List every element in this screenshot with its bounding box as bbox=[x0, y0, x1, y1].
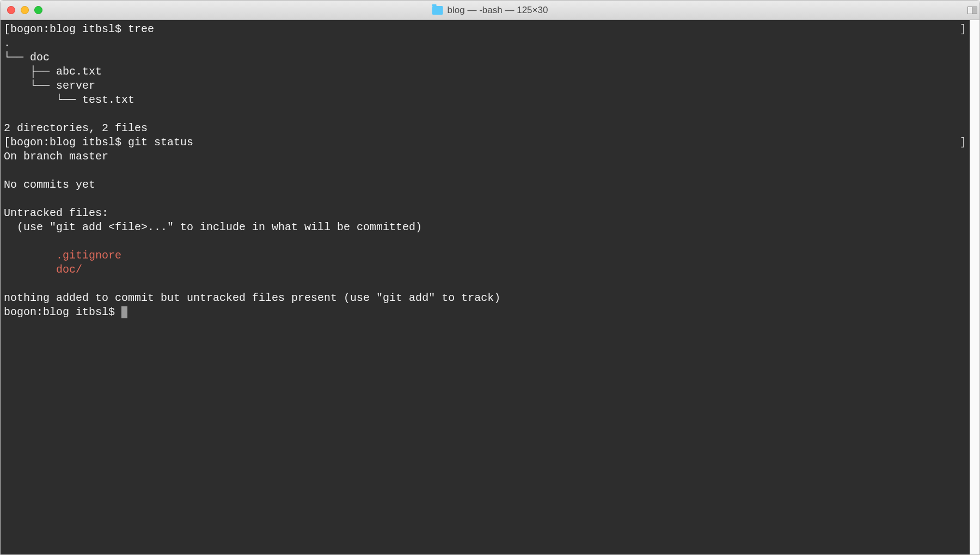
zoom-icon[interactable] bbox=[34, 6, 42, 14]
bracket-close: ] bbox=[960, 135, 966, 150]
tree-output: ├── abc.txt bbox=[4, 65, 102, 78]
git-output: On branch master bbox=[4, 150, 108, 163]
cursor-icon bbox=[121, 306, 127, 318]
window-title-text: blog — -bash — 125×30 bbox=[448, 5, 548, 16]
tree-output: └── server bbox=[4, 79, 95, 92]
tree-output: └── doc bbox=[4, 51, 50, 64]
titlebar: blog — -bash — 125×30 bbox=[1, 1, 979, 20]
git-untracked-file: doc/ bbox=[4, 263, 82, 276]
close-icon[interactable] bbox=[7, 6, 15, 14]
titlebar-corner-widget-icon[interactable] bbox=[967, 7, 977, 14]
command-text: tree bbox=[128, 23, 154, 35]
traffic-lights bbox=[7, 6, 42, 14]
git-output: (use "git add <file>..." to include in w… bbox=[4, 221, 422, 233]
terminal[interactable]: ][bogon:blog itbsl$ tree . └── doc ├── a… bbox=[1, 20, 970, 554]
window-title: blog — -bash — 125×30 bbox=[432, 5, 548, 16]
git-output: nothing added to commit but untracked fi… bbox=[4, 292, 500, 304]
prompt: [bogon:blog itbsl$ bbox=[4, 23, 128, 35]
git-output: Untracked files: bbox=[4, 207, 108, 219]
tree-output: └── test.txt bbox=[4, 94, 134, 106]
tree-summary: 2 directories, 2 files bbox=[4, 122, 148, 134]
scrollbar[interactable] bbox=[970, 20, 979, 554]
git-untracked-file: .gitignore bbox=[4, 249, 121, 262]
minimize-icon[interactable] bbox=[21, 6, 29, 14]
terminal-area: ][bogon:blog itbsl$ tree . └── doc ├── a… bbox=[1, 20, 979, 554]
prompt: bogon:blog itbsl$ bbox=[4, 306, 121, 318]
git-output: No commits yet bbox=[4, 178, 95, 191]
prompt: [bogon:blog itbsl$ bbox=[4, 136, 128, 149]
folder-icon bbox=[432, 6, 443, 15]
command-text: git status bbox=[128, 136, 193, 149]
terminal-window: blog — -bash — 125×30 ][bogon:blog itbsl… bbox=[0, 0, 980, 555]
bracket-close: ] bbox=[960, 22, 966, 36]
tree-output: . bbox=[4, 37, 10, 50]
